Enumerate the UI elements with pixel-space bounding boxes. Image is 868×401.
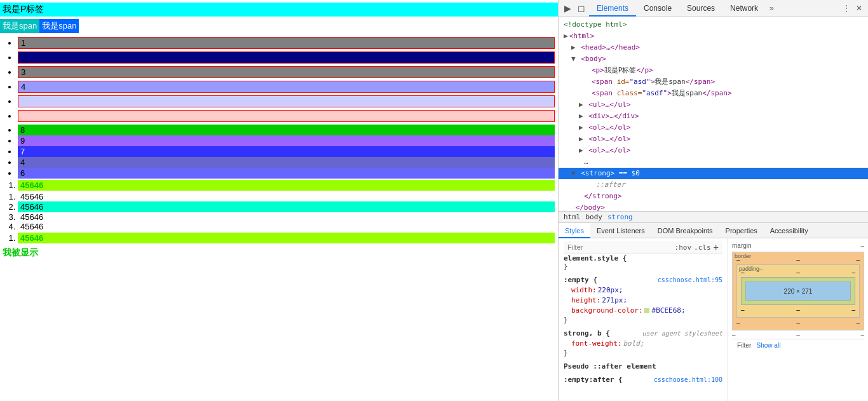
attr-name2: class= [617,89,642,97]
tag-span2-close: </span> [702,89,731,97]
filter-hov[interactable]: :hov [675,243,692,252]
tree-line: </body> [559,202,868,211]
html-tree[interactable]: <!doctype html> ▶<html> ▶ <head>…</head>… [559,17,868,211]
styles-filter-input[interactable] [567,243,672,251]
bottom-text: 我被显示 [0,245,558,261]
list-item: 7 [18,146,558,157]
ol-item-medblue: 6 [18,168,555,179]
tag-ol3: <ol>…</ol> [588,146,630,154]
num-list-3: 45646 [0,233,558,243]
devtools-inspect-icon[interactable]: ▶ [561,2,574,15]
tab-styles[interactable]: Styles [559,223,590,238]
tree-line: ▶ <head>…</head> [559,42,868,53]
breadcrumb-body[interactable]: body [586,213,603,221]
margin-label: margin [732,242,752,249]
num-item-plain-3: 45646 [18,221,46,232]
border-right-dash: – [856,256,860,263]
expand-icon[interactable]: ▼ [571,55,576,63]
breadcrumb-html[interactable]: html [564,213,581,221]
css-prop-height: height: [571,296,600,306]
num-item-green-1: 45646 [18,180,555,191]
span1-text: 我是span [654,78,686,86]
num-list-2: 45646 45646 45646 45646 [0,192,558,231]
tab-network[interactable]: Network [722,0,766,17]
tag-span1: <span [592,78,617,86]
tab-more[interactable]: » [766,0,778,17]
tag-span1-close: </span> [686,78,715,86]
list-item-5 [18,95,555,107]
box-model-content: 220 × 271 [745,282,851,301]
css-source-empty[interactable]: csschoose.html:95 [658,276,722,283]
tree-line: ▶ <ol>…</ol> [559,133,868,145]
ellipsis: … [584,158,588,166]
css-property: width: 220px; [564,285,722,296]
padding-bottom-right: – [851,306,855,313]
expand-icon[interactable]: ▶ [579,123,583,132]
strong-text: 45646 [20,180,43,190]
border-bottom-left: – [736,319,740,326]
css-rule-element-style: element.style { } [564,254,722,271]
filter-cls[interactable]: .cls [694,243,711,252]
tree-line: ::after [559,179,868,191]
devtools-device-icon[interactable]: ◻ [575,2,588,15]
expand-icon[interactable]: ▶ [564,32,568,40]
list-item: 45646 [18,192,558,201]
padding-top-dash: – [796,269,800,276]
css-property-fw: font-weight: bold; [564,339,722,349]
tab-dom-breakpoints[interactable]: DOM Breakpoints [651,223,719,238]
css-val-fw: bold; [623,339,644,349]
tab-properties[interactable]: Properties [719,223,764,238]
css-prop-bgcolor: background-color: [571,306,643,316]
tab-sources[interactable]: Sources [679,0,722,17]
tab-accessibility[interactable]: Accessibility [764,223,815,238]
css-rule-strong: strong, b { user agent stylesheet font-w… [564,329,722,357]
filter-section: Filter Show all [732,339,864,351]
expand-icon[interactable]: ▶ [579,112,583,120]
css-rule-empty-after: :empty:after { csschoose.html:100 [564,376,722,384]
expand-icon[interactable]: ▶ [579,146,583,154]
tree-line: ▶ <div>…</div> [559,111,868,122]
filter-add[interactable]: + [714,242,719,252]
num-item-cyan: 45646 [18,201,555,212]
tree-line: </strong> [559,191,868,202]
show-all-link[interactable]: Show all [757,342,781,349]
margin-bottom-center: – [796,332,800,339]
attr-val2: "asdf" [642,89,667,97]
tree-line: <span class="asdf">我是span</span> [559,88,868,99]
css-prop-fw: font-weight: [571,339,621,349]
expand-icon[interactable]: ▶ [571,43,576,51]
border-label: border [735,253,751,259]
tab-elements[interactable]: Elements [589,0,636,17]
span-area: 我是span我是span [0,19,558,33]
tree-line-selected[interactable]: ▼ <strong> == $0 [559,168,868,179]
devtools-panel: ▶ ◻ Elements Console Sources Network » ⋮… [558,0,868,401]
devtools-close-icon[interactable]: ✕ [853,2,865,15]
expand-icon[interactable]: ▼ [571,169,576,177]
css-source-after[interactable]: csschoose.html:100 [654,376,722,383]
tag-ol2: <ol>…</ol> [588,135,630,143]
css-val-width: 220px; [598,285,623,296]
expand-icon[interactable]: ▶ [579,100,583,109]
padding-bottom-left: – [741,306,745,313]
color-swatch[interactable] [644,308,649,313]
doctype-text: <!doctype html> [564,20,627,29]
list-item: 8 [18,125,558,135]
css-rule-header: :empty { csschoose.html:95 [564,276,722,284]
tag-ul: <ul>…</ul> [588,100,630,109]
margin-bottom-dash2: – [860,332,864,339]
tab-console[interactable]: Console [636,0,679,17]
breadcrumb-strong[interactable]: strong [607,213,633,221]
tab-event-listeners[interactable]: Event Listeners [590,223,651,238]
css-prop-width: width: [571,285,597,296]
css-source-strong[interactable]: user agent stylesheet [642,330,722,337]
css-rule-header-after: :empty:after { csschoose.html:100 [564,376,722,384]
span2-text: 我是span [672,89,703,97]
list-item: 4 [18,157,558,168]
list-item: 9 [18,135,558,146]
css-selector-empty: :empty { [564,276,597,284]
css-rule-empty: :empty { csschoose.html:95 width: 220px;… [564,276,722,324]
devtools-menu-icon[interactable]: ⋮ [840,2,853,15]
styles-tabs: Styles Event Listeners DOM Breakpoints P… [559,223,868,238]
tag-div: <div>…</div> [588,112,639,120]
expand-icon[interactable]: ▶ [579,135,583,143]
